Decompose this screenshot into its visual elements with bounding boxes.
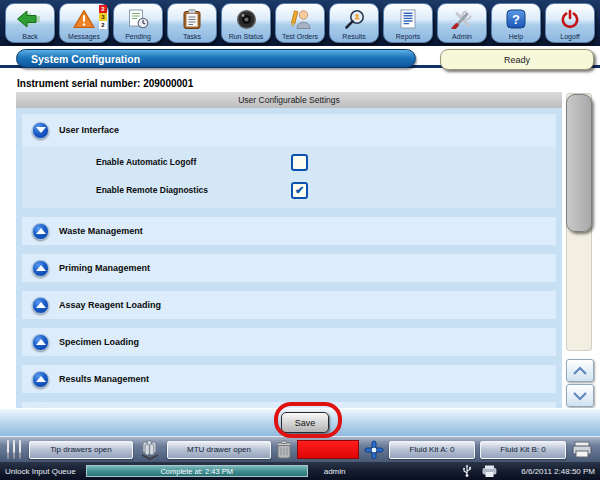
save-button[interactable]: Save <box>281 412 329 433</box>
pending-document-clock-icon <box>128 6 149 32</box>
settings-sections: User Interface Enable Automatic Logoff E… <box>16 108 562 408</box>
option-row: Enable Remote Diagnostics ✔ <box>96 180 556 200</box>
section-user-interface: User Interface Enable Automatic Logoff E… <box>22 114 556 208</box>
section-header-results-management[interactable]: Results Management <box>22 365 556 393</box>
toolbar-button-label: Results <box>342 32 365 41</box>
toolbar-button-label: Test Orders <box>282 32 318 41</box>
messages-badge-info: 2 <box>99 21 107 29</box>
section-label: Specimen Loading <box>59 337 139 347</box>
title-row: System Configuration Ready <box>0 46 600 74</box>
unlock-input-queue-label: Unlock Input Queue <box>5 467 76 476</box>
toolbar-button-reports[interactable]: Reports <box>383 3 433 43</box>
queue-progress-bar: Complete at: 2:43 PM <box>86 465 308 477</box>
expand-section-icon[interactable] <box>32 371 49 388</box>
chevron-up-icon <box>572 366 588 376</box>
toolbar-button-tasks[interactable]: Tasks <box>167 3 217 43</box>
results-magnifier-icon <box>344 6 365 32</box>
scroll-down-button[interactable] <box>566 384 594 407</box>
toolbar-button-label: Logoff <box>560 32 579 41</box>
chevron-down-icon <box>572 391 588 401</box>
toolbar-button-logoff[interactable]: Logoff <box>545 3 595 43</box>
scrollbar-track[interactable] <box>566 93 592 351</box>
help-question-icon: ? <box>506 6 526 32</box>
up-triangle-icon <box>36 376 46 382</box>
fluid-kit-a-button[interactable]: Fluid Kit A: 0 <box>389 441 475 459</box>
toolbar-button-label: Back <box>22 32 38 41</box>
toolbar-button-label: Admin <box>452 32 472 41</box>
svg-text:?: ? <box>512 12 520 27</box>
test-orders-person-icon <box>289 6 312 32</box>
warning-triangle-icon <box>73 6 95 32</box>
toolbar-button-label: Tasks <box>183 32 201 41</box>
section-waste-management: Waste Management <box>22 217 556 245</box>
scroll-up-button[interactable] <box>566 359 594 382</box>
section-header-priming-management[interactable]: Priming Management <box>22 254 556 282</box>
printer-status-icon <box>482 465 497 478</box>
section-results-management: Results Management <box>22 365 556 393</box>
section-content-user-interface: Enable Automatic Logoff Enable Remote Di… <box>22 146 556 208</box>
waste-level-alert-bar <box>297 440 359 459</box>
section-label: Results Management <box>59 374 149 384</box>
instrument-serial-label: Instrument serial number: 209000001 <box>0 74 600 92</box>
down-triangle-icon <box>36 127 46 133</box>
logoff-power-icon <box>560 6 580 32</box>
mtu-drawer-button[interactable]: MTU drawer open <box>167 441 271 459</box>
reports-document-icon <box>400 6 416 32</box>
option-label: Enable Remote Diagnostics <box>96 185 291 195</box>
collapse-section-icon[interactable] <box>32 122 49 139</box>
tip-drawers-button[interactable]: Tip drawers open <box>29 441 133 459</box>
toolbar-button-pending[interactable]: Pending <box>113 3 163 43</box>
section-label: User Interface <box>59 125 119 135</box>
section-assay-reagent-loading: Assay Reagent Loading <box>22 291 556 319</box>
up-triangle-icon <box>36 265 46 271</box>
back-arrow-icon <box>17 6 43 32</box>
messages-badge-column: 2 3 2 <box>99 5 107 29</box>
up-triangle-icon <box>36 339 46 345</box>
toolbar-button-run-status[interactable]: Run Status <box>221 3 271 43</box>
save-bar: Save <box>0 408 600 436</box>
up-triangle-icon <box>36 228 46 234</box>
status-badge: Ready <box>440 49 594 70</box>
settings-panel-header: User Configurable Settings <box>16 92 562 108</box>
up-triangle-icon <box>36 302 46 308</box>
fluid-kit-b-button[interactable]: Fluid Kit B: 0 <box>480 441 566 459</box>
checkbox-enable-automatic-logoff[interactable] <box>291 154 308 171</box>
fluid-icon <box>364 440 384 460</box>
section-header-specimen-loading[interactable]: Specimen Loading <box>22 328 556 356</box>
checkbox-enable-remote-diagnostics[interactable]: ✔ <box>291 182 308 199</box>
bottom-bar-icons <box>460 464 497 478</box>
section-label: Assay Reagent Loading <box>59 300 161 310</box>
messages-badge-warning: 3 <box>99 13 107 21</box>
toolbar-button-label: Pending <box>125 32 151 41</box>
toolbar-button-label: Messages <box>68 32 100 41</box>
toolbar-button-back[interactable]: Back <box>5 3 55 43</box>
section-header-user-interface[interactable]: User Interface <box>22 114 556 146</box>
toolbar-button-label: Help <box>509 32 523 41</box>
scrollbar-column <box>564 92 596 408</box>
expand-section-icon[interactable] <box>32 297 49 314</box>
toolbar-button-label: Reports <box>396 32 421 41</box>
admin-tools-icon <box>451 6 473 32</box>
usb-icon <box>460 464 474 478</box>
tasks-clipboard-icon <box>183 6 201 32</box>
section-header-waste-management[interactable]: Waste Management <box>22 217 556 245</box>
section-label: Priming Management <box>59 263 150 273</box>
section-priming-management: Priming Management <box>22 254 556 282</box>
section-label: Waste Management <box>59 226 143 236</box>
option-row: Enable Automatic Logoff <box>96 152 556 172</box>
expand-section-icon[interactable] <box>32 260 49 277</box>
mtu-drawer-icon <box>138 439 162 460</box>
waste-bin-icon <box>276 440 292 460</box>
expand-section-icon[interactable] <box>32 334 49 351</box>
toolbar-button-label: Run Status <box>229 32 264 41</box>
instrument-status-bar: Tip drawers open MTU drawer open Fluid K… <box>0 436 600 462</box>
toolbar-button-test-orders[interactable]: Test Orders <box>275 3 325 43</box>
toolbar-button-admin[interactable]: Admin <box>437 3 487 43</box>
toolbar-button-messages[interactable]: Messages 2 3 2 <box>59 3 109 43</box>
expand-section-icon[interactable] <box>32 223 49 240</box>
toolbar-button-results[interactable]: Results <box>329 3 379 43</box>
section-header-assay-reagent-loading[interactable]: Assay Reagent Loading <box>22 291 556 319</box>
scrollbar-thumb[interactable] <box>566 94 592 232</box>
toolbar-button-help[interactable]: ? Help <box>491 3 541 43</box>
messages-badge-error: 2 <box>99 5 107 13</box>
